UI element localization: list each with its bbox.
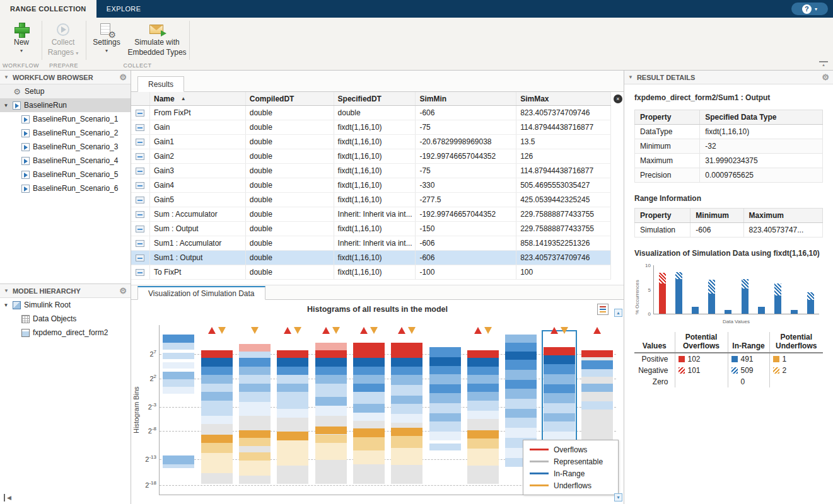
new-button[interactable]: New ▾	[3, 22, 40, 54]
histogram-column[interactable]	[391, 325, 422, 495]
column-header-specifieddt[interactable]: SpecifiedDT	[334, 92, 416, 105]
cell-name: Gain5	[150, 193, 246, 207]
underflow-marker-icon	[370, 327, 378, 334]
result-icon-cell	[131, 178, 150, 192]
run-icon	[13, 101, 21, 110]
tab-range-collection[interactable]: RANGE COLLECTION	[0, 0, 96, 18]
workflow-item[interactable]: ▼BaselineRun	[0, 98, 131, 112]
values-header-row: ValuesPotentialOverflowsIn-RangePotentia…	[634, 332, 823, 353]
viz-scroll-down-button[interactable]: ▼	[614, 493, 622, 501]
histogram-column[interactable]	[239, 325, 271, 495]
result-row[interactable]: Gain3doublefixdt(1,16,10)-75114.87944438…	[131, 164, 611, 178]
histogram-bin	[277, 384, 308, 392]
column-options-button[interactable]: ×	[614, 94, 622, 103]
histogram-bin	[201, 435, 233, 443]
histogram-column[interactable]	[353, 325, 385, 495]
cell-specifieddt[interactable]: fixdt(1,16,10)	[334, 120, 416, 134]
plus-icon	[14, 22, 29, 37]
chevron-down-icon[interactable]: ▼	[4, 288, 9, 294]
tab-results[interactable]: Results	[137, 76, 184, 92]
histogram-chart: Histograms of all results in the model H…	[131, 300, 624, 504]
column-header-simmin[interactable]: SimMin	[416, 92, 516, 105]
gear-icon[interactable]: ⚙	[119, 287, 127, 295]
result-row[interactable]: Sum1 : AccumulatordoubleInherit: Inherit…	[131, 236, 611, 251]
chevron-down-icon[interactable]: ▼	[628, 74, 633, 80]
histogram-bin	[391, 396, 422, 404]
collapse-sidebar-button[interactable]: ◀	[4, 494, 11, 501]
workflow-item[interactable]: ⚙Setup	[0, 84, 131, 98]
hierarchy-item[interactable]: fxpdemo_direct_form2	[0, 326, 131, 340]
cell-specifieddt[interactable]: Inherit: Inherit via int...	[334, 207, 416, 221]
underflow-marker-icon	[251, 327, 259, 334]
result-row[interactable]: Gain2doublefixdt(1,16,10)-192.9974665704…	[131, 149, 611, 164]
chevron-down-icon[interactable]: ▼	[3, 103, 9, 108]
histogram-column[interactable]	[201, 325, 233, 495]
minimize-toolstrip-button[interactable]: ▴	[819, 61, 828, 67]
overflow-marker-icon	[474, 327, 482, 334]
histogram-bin	[239, 384, 271, 392]
cell-specifieddt[interactable]: fixdt(1,16,10)	[334, 149, 416, 163]
workflow-item[interactable]: BaselineRun_Scenario_2	[0, 126, 131, 140]
marker-row	[201, 327, 233, 334]
histogram-bin	[239, 375, 271, 383]
workflow-item[interactable]: BaselineRun_Scenario_4	[0, 154, 131, 168]
histogram-bin	[429, 384, 461, 392]
hierarchy-item[interactable]: ▼Simulink Root	[0, 298, 131, 312]
cell-specifieddt[interactable]: fixdt(1,16,10)	[334, 135, 416, 149]
column-header-compileddt[interactable]: CompiledDT	[246, 92, 334, 105]
hierarchy-item[interactable]: Data Objects	[0, 312, 131, 326]
gear-icon[interactable]: ⚙	[822, 73, 829, 81]
viz-scroll-up-button[interactable]: ▲	[614, 309, 622, 317]
result-row[interactable]: Gain5doublefixdt(1,16,10)-277.5425.05394…	[131, 193, 611, 207]
result-row[interactable]: Sum1 : Outputdoublefixdt(1,16,10)-606823…	[131, 251, 611, 265]
chart-title: Histograms of all results in the model	[131, 305, 624, 314]
histogram-bin	[353, 450, 385, 464]
workflow-item[interactable]: BaselineRun_Scenario_3	[0, 140, 131, 154]
result-row[interactable]: Gain4doublefixdt(1,16,10)-330505.4695553…	[131, 178, 611, 193]
simulate-embedded-button[interactable]: Simulate with Embedded Types	[127, 22, 187, 57]
cell-specifieddt[interactable]: fixdt(1,16,10)	[334, 222, 416, 236]
tab-explore[interactable]: EXPLORE	[96, 0, 151, 18]
tab-visualization[interactable]: Visualization of Simulation Data	[137, 286, 265, 300]
histogram-column[interactable]	[315, 325, 347, 495]
legend-toggle-button[interactable]	[597, 304, 609, 315]
result-row[interactable]: Gaindoublefixdt(1,16,10)-75114.879444387…	[131, 120, 611, 135]
histogram-column[interactable]	[467, 325, 499, 495]
workflow-browser-list: ⚙Setup▼BaselineRunBaselineRun_Scenario_1…	[0, 84, 131, 195]
histogram-bin	[353, 384, 385, 392]
result-row[interactable]: From FixPtdoubledouble-606823.4057374709…	[131, 106, 611, 120]
cell-specifieddt[interactable]: fixdt(1,16,10)	[334, 164, 416, 178]
histogram-bin	[505, 343, 537, 351]
legend-label: Overflows	[554, 445, 587, 454]
cell-specifieddt[interactable]: fixdt(1,16,10)	[334, 178, 416, 192]
values-row-label: Negative	[634, 365, 675, 376]
workflow-item[interactable]: BaselineRun_Scenario_1	[0, 112, 131, 126]
histogram-column[interactable]	[163, 325, 194, 495]
histogram-column[interactable]	[429, 325, 461, 495]
chevron-down-icon[interactable]: ▼	[4, 74, 9, 80]
result-row[interactable]: Sum : AccumulatordoubleInherit: Inherit …	[131, 207, 611, 222]
help-button[interactable]: ? ▾	[791, 3, 828, 15]
result-row[interactable]: Gain1doublefixdt(1,16,10)-20.67829998969…	[131, 135, 611, 149]
mini-bar-solid	[742, 289, 749, 314]
workflow-item[interactable]: BaselineRun_Scenario_5	[0, 168, 131, 181]
cell-specifieddt[interactable]: Inherit: Inherit via int...	[334, 236, 416, 250]
result-row[interactable]: Sum : Outputdoublefixdt(1,16,10)-150229.…	[131, 222, 611, 236]
result-row[interactable]: To FixPtdoublefixdt(1,16,10)-100100	[131, 265, 611, 280]
cell-specifieddt[interactable]: fixdt(1,16,10)	[334, 251, 416, 265]
column-header-simmax[interactable]: SimMax	[516, 92, 611, 105]
gear-icon[interactable]: ⚙	[119, 73, 127, 81]
workflow-item[interactable]: BaselineRun_Scenario_6	[0, 181, 131, 195]
histogram-bin	[315, 343, 347, 350]
histogram-column[interactable]	[277, 325, 308, 495]
histogram-bin	[353, 367, 385, 375]
cell-specifieddt[interactable]: fixdt(1,16,10)	[334, 265, 416, 279]
collect-ranges-button[interactable]: Collect Ranges ▾	[43, 22, 83, 57]
cell-compileddt: double	[246, 222, 334, 236]
histogram-bin	[467, 384, 499, 392]
cell-specifieddt[interactable]: fixdt(1,16,10)	[334, 193, 416, 207]
cell-specifieddt[interactable]: double	[334, 106, 416, 120]
column-header-name[interactable]: Name▲	[150, 92, 246, 105]
settings-button[interactable]: ⚙ Settings ▾	[88, 22, 125, 54]
chevron-down-icon[interactable]: ▼	[3, 302, 9, 308]
